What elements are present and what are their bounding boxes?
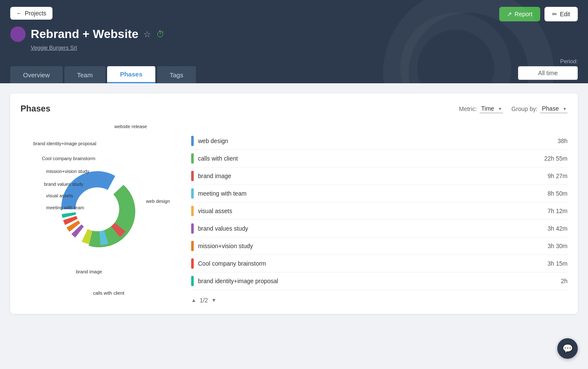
header: ← Projects ↗ Report ✏ Edit Rebrand + Web… xyxy=(0,0,588,83)
legend-item-left: mission+vision study xyxy=(191,241,253,251)
legend-item-value: 3h 30m xyxy=(547,243,568,249)
phases-card: Phases Metric: Time Group by: Phase xyxy=(10,94,578,314)
header-actions: ↗ Report ✏ Edit xyxy=(499,7,578,21)
projects-button[interactable]: ← Projects xyxy=(10,7,52,20)
metric-select[interactable]: Time xyxy=(480,104,503,113)
tab-overview[interactable]: Overview xyxy=(10,66,63,83)
label-brand-image-bottom: brand image xyxy=(76,269,102,274)
phases-card-title: Phases xyxy=(20,104,50,114)
tab-tags[interactable]: Tags xyxy=(157,66,196,83)
legend-item-name: brand values study xyxy=(198,225,248,232)
legend-item-left: brand image xyxy=(191,171,231,181)
legend-item-name: mission+vision study xyxy=(198,243,253,249)
timer-icon[interactable]: ⏱ xyxy=(156,29,165,39)
back-arrow-icon: ← xyxy=(16,10,22,17)
tabs-and-period: Overview Team Phases Tags Period: All ti… xyxy=(10,58,578,83)
legend-item-left: brand values study xyxy=(191,223,248,234)
groupby-select-wrapper: Phase xyxy=(540,104,568,113)
legend-item-left: visual assets xyxy=(191,206,232,216)
legend-items: web design 38h calls with client 22h 55m… xyxy=(191,132,568,290)
legend-item-value: 2h xyxy=(561,278,568,284)
project-title-row: Rebrand + Website ☆ ⏱ xyxy=(10,26,578,42)
metric-control: Metric: Time xyxy=(459,104,503,113)
company-link[interactable]: Veggie Burgers Srl xyxy=(10,44,578,51)
tab-team[interactable]: Team xyxy=(64,66,106,83)
groupby-select[interactable]: Phase xyxy=(540,104,568,113)
legend-color xyxy=(191,171,194,181)
legend-item-value: 3h 15m xyxy=(547,260,568,267)
main-content: Phases Metric: Time Group by: Phase xyxy=(0,83,588,324)
legend-item-name: brand identity+image proposal xyxy=(198,278,278,284)
legend-item: Cool company brainstorm 3h 15m xyxy=(191,255,568,272)
label-mission-vision: mission+vision study xyxy=(46,169,89,174)
legend-item-value: 22h 55m xyxy=(544,155,568,162)
legend-item: mission+vision study 3h 30m xyxy=(191,237,568,255)
legend-item: meeting with team 8h 50m xyxy=(191,185,568,202)
label-cool-company: Cool company brainstorm xyxy=(42,156,95,161)
label-brand-identity: brand identity+image proposal xyxy=(33,141,96,146)
donut-chart: website release brand identity+image pro… xyxy=(20,124,174,303)
legend-item-name: web design xyxy=(198,138,228,144)
period-select[interactable]: All time xyxy=(518,66,578,80)
period-section: Period: All time xyxy=(518,58,578,83)
groupby-label: Group by: xyxy=(512,105,538,112)
project-title: Rebrand + Website xyxy=(31,27,138,41)
edit-button[interactable]: ✏ Edit xyxy=(544,7,578,21)
edit-pencil-icon: ✏ xyxy=(552,11,557,18)
legend-item-value: 9h 27m xyxy=(547,173,568,179)
legend-item-value: 8h 50m xyxy=(547,190,568,197)
legend-item-name: calls with client xyxy=(198,155,238,162)
projects-label: Projects xyxy=(25,10,47,17)
legend-container: web design 38h calls with client 22h 55m… xyxy=(191,124,568,304)
legend-color xyxy=(191,206,194,216)
legend-item-left: brand identity+image proposal xyxy=(191,276,278,286)
legend-color xyxy=(191,136,194,146)
label-visual-assets: visual assets xyxy=(46,193,73,198)
legend-item-name: Cool company brainstorm xyxy=(198,260,266,267)
legend-item-left: Cool company brainstorm xyxy=(191,258,266,269)
groupby-control: Group by: Phase xyxy=(512,104,568,113)
top-bar: ← Projects ↗ Report ✏ Edit xyxy=(10,7,578,21)
legend-item-left: meeting with team xyxy=(191,188,247,199)
report-button[interactable]: ↗ Report xyxy=(499,7,540,21)
legend-item-name: visual assets xyxy=(198,208,232,214)
pagination: ▲ 1/2 ▼ xyxy=(191,297,568,304)
phases-card-header: Phases Metric: Time Group by: Phase xyxy=(20,104,568,114)
legend-item-value: 3h 42m xyxy=(547,225,568,232)
legend-item: visual assets 7h 12m xyxy=(191,202,568,220)
legend-item: brand identity+image proposal 2h xyxy=(191,272,568,290)
legend-color xyxy=(191,276,194,286)
legend-item-value: 7h 12m xyxy=(547,208,568,214)
legend-color xyxy=(191,241,194,251)
legend-item-left: web design xyxy=(191,136,228,146)
metric-select-wrapper: Time xyxy=(480,104,503,113)
pagination-next[interactable]: ▼ xyxy=(211,297,216,303)
legend-item-left: calls with client xyxy=(191,153,238,164)
avatar xyxy=(10,26,26,42)
chart-container: website release brand identity+image pro… xyxy=(20,124,568,304)
label-website-release: website release xyxy=(114,124,147,129)
label-meeting-team: meeting with team xyxy=(46,205,84,210)
label-calls-client: calls with client xyxy=(93,290,124,296)
legend-item-name: meeting with team xyxy=(198,190,247,197)
metric-label: Metric: xyxy=(459,105,477,112)
legend-item: calls with client 22h 55m xyxy=(191,150,568,167)
period-label: Period: xyxy=(560,58,578,64)
tabs: Overview Team Phases Tags xyxy=(10,66,196,83)
legend-color xyxy=(191,153,194,164)
legend-color xyxy=(191,188,194,199)
label-brand-values: brand values study xyxy=(44,182,83,187)
legend-color xyxy=(191,258,194,269)
label-web-design: web design xyxy=(146,199,170,204)
pagination-prev[interactable]: ▲ xyxy=(191,297,196,303)
star-icon[interactable]: ☆ xyxy=(143,29,151,39)
legend-item: brand image 9h 27m xyxy=(191,167,568,185)
legend-item: web design 38h xyxy=(191,132,568,150)
report-chart-icon: ↗ xyxy=(507,11,512,18)
card-controls: Metric: Time Group by: Phase xyxy=(459,104,568,113)
legend-item-value: 38h xyxy=(558,138,568,144)
legend-item-name: brand image xyxy=(198,173,231,179)
legend-item: brand values study 3h 42m xyxy=(191,220,568,237)
tab-phases[interactable]: Phases xyxy=(107,66,155,83)
legend-color xyxy=(191,223,194,234)
